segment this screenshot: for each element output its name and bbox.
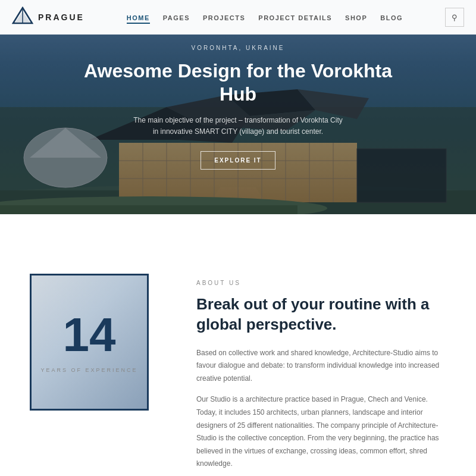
nav-link-project-details[interactable]: PROJECT DETAILS: [258, 14, 332, 21]
years-label: YEARS OF EXPERIENCE: [40, 367, 137, 373]
nav-link-shop[interactable]: SHOP: [345, 14, 367, 21]
nav-item-home[interactable]: HOME: [127, 12, 150, 23]
about-section: 14 YEARS OF EXPERIENCE ABOUT US Break ou…: [0, 262, 476, 476]
nav-link-home[interactable]: HOME: [127, 14, 150, 24]
hero-title: Awesome Design for the Vorokhta Hub: [71, 60, 405, 105]
about-title: Break out of your routine with a global …: [196, 295, 446, 335]
years-experience-box: 14 YEARS OF EXPERIENCE: [30, 274, 149, 411]
nav-link-blog[interactable]: BLOG: [380, 14, 403, 21]
nav-menu: HOME PAGES PROJECTS PROJECT DETAILS SHOP…: [127, 12, 403, 23]
explore-button[interactable]: EXPLORE IT: [201, 151, 275, 170]
section-gap: [0, 214, 476, 262]
about-left-column: 14 YEARS OF EXPERIENCE: [30, 274, 161, 411]
about-para-2: Our Studio is a architecture practice ba…: [196, 393, 446, 471]
search-icon: ⚲: [452, 13, 458, 22]
nav-item-pages[interactable]: PAGES: [163, 12, 190, 23]
nav-link-pages[interactable]: PAGES: [163, 14, 190, 21]
logo-icon: [12, 7, 33, 28]
nav-item-project-details[interactable]: PROJECT DETAILS: [258, 12, 332, 23]
logo-link[interactable]: PRAGUE: [12, 7, 84, 28]
nav-link-projects[interactable]: PROJECTS: [203, 14, 245, 21]
search-button[interactable]: ⚲: [445, 8, 464, 27]
nav-item-blog[interactable]: BLOG: [380, 12, 403, 23]
about-right-column: ABOUT US Break out of your routine with …: [196, 274, 446, 476]
hero-description: The main objective of the project – tran…: [131, 115, 345, 137]
about-tag: ABOUT US: [196, 280, 446, 286]
nav-item-shop[interactable]: SHOP: [345, 12, 367, 23]
logo-text: PRAGUE: [38, 12, 84, 22]
navbar: PRAGUE HOME PAGES PROJECTS PROJECT DETAI…: [0, 0, 476, 35]
nav-item-projects[interactable]: PROJECTS: [203, 12, 245, 23]
about-para-1: Based on collective work and shared know…: [196, 347, 446, 386]
years-number: 14: [63, 311, 116, 359]
hero-location: VORONHTA, UKRAINE: [192, 45, 285, 51]
